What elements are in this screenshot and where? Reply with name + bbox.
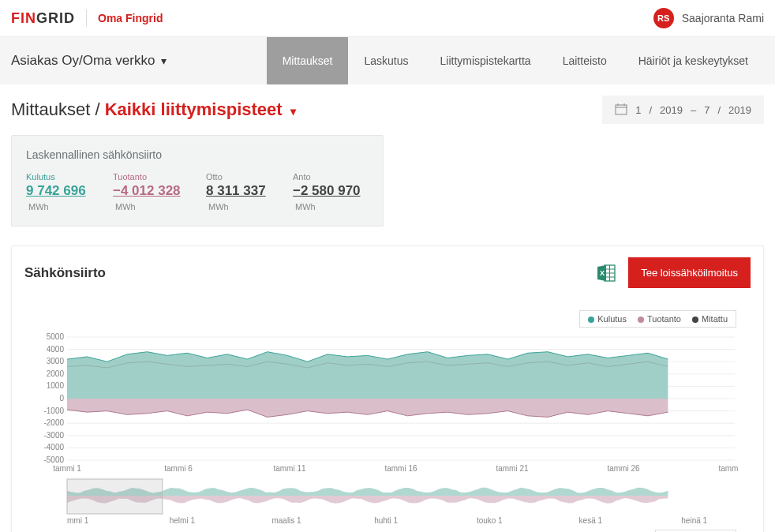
- svg-text:tammi 31: tammi 31: [718, 464, 738, 473]
- date-slash2: /: [717, 104, 721, 116]
- metric-kulutus-value[interactable]: 9 742 696: [26, 183, 86, 198]
- legend-kulutus[interactable]: Kulutus: [588, 314, 627, 324]
- chart-actions: X Tee loissähköilmoitus: [597, 257, 751, 288]
- date-dash: –: [691, 104, 696, 116]
- svg-text:helmi 1: helmi 1: [170, 516, 196, 525]
- metric-kulutus-label: Kulutus: [26, 172, 95, 182]
- metric-kulutus: Kulutus 9 742 696 MWh: [26, 172, 95, 213]
- daterange-picker[interactable]: 1 / 2019 – 7 / 2019: [602, 96, 764, 124]
- date-slash1: /: [649, 104, 652, 116]
- metric-otto-unit: MWh: [208, 202, 229, 212]
- username[interactable]: Saajoranta Rami: [682, 12, 764, 24]
- svg-text:huhti 1: huhti 1: [374, 516, 398, 525]
- breadcrumb-sep2: /: [95, 99, 104, 119]
- svg-text:mmi 1: mmi 1: [67, 516, 89, 525]
- chart-header: Sähkönsiirto X Tee loissähköilmoitus: [12, 246, 763, 299]
- app-header: FINGRID Oma Fingrid RS Saajoranta Rami: [0, 0, 775, 37]
- metric-anto-unit: MWh: [295, 202, 316, 212]
- breadcrumb-network[interactable]: Asiakas Oy / Oma verkko ▾: [11, 37, 167, 84]
- metric-tuotanto-value[interactable]: −4 012 328: [113, 183, 181, 198]
- metric-anto-value[interactable]: −2 580 970: [293, 183, 361, 198]
- svg-text:tammi 11: tammi 11: [273, 464, 306, 473]
- tab-laitteisto[interactable]: Laitteisto: [547, 37, 623, 84]
- metric-anto: Anto −2 580 970 MWh: [293, 172, 369, 213]
- chart-body: Kulutus Tuotanto Mitattu 500040003000200…: [12, 299, 763, 532]
- metric-anto-label: Anto: [293, 172, 369, 182]
- breadcrumb-org: Asiakas Oy: [11, 53, 79, 69]
- svg-text:kesä 1: kesä 1: [579, 516, 603, 525]
- svg-text:tammi 6: tammi 6: [164, 464, 193, 473]
- excel-export-icon[interactable]: X: [597, 264, 616, 282]
- svg-rect-0: [616, 105, 627, 114]
- tab-mittaukset[interactable]: Mittaukset: [267, 37, 349, 84]
- metric-tuotanto-label: Tuotanto: [113, 172, 189, 182]
- header-left: FINGRID Oma Fingrid: [11, 9, 163, 27]
- chevron-down-icon: ▾: [161, 54, 167, 67]
- navbar: Asiakas Oy / Oma verkko ▾ Mittaukset Las…: [0, 37, 775, 84]
- logo-text-left: FIN: [11, 10, 36, 26]
- breadcrumb-current[interactable]: Kaikki liittymispisteet ▾: [105, 99, 296, 119]
- svg-text:tammi 16: tammi 16: [384, 464, 417, 473]
- dot-icon: [692, 317, 698, 323]
- svg-text:2000: 2000: [47, 369, 65, 378]
- chevron-down-icon: ▾: [290, 105, 296, 118]
- svg-text:tammi 1: tammi 1: [53, 464, 81, 473]
- chart-title: Sähkönsiirto: [24, 265, 106, 281]
- metric-kulutus-unit: MWh: [28, 202, 49, 212]
- subbrand[interactable]: Oma Fingrid: [98, 12, 163, 24]
- svg-text:X: X: [600, 269, 605, 277]
- overview-chart[interactable]: mmi 1helmi 1maalis 1huhti 1touko 1kesä 1…: [39, 478, 738, 525]
- tab-laskutus[interactable]: Laskutus: [348, 37, 424, 84]
- breadcrumb-current-label: Kaikki liittymispisteet: [105, 99, 283, 119]
- content: Mittaukset / Kaikki liittymispisteet ▾ 1…: [0, 84, 775, 532]
- metric-otto-label: Otto: [206, 172, 275, 182]
- breadcrumb-page: Oma verkko: [83, 53, 155, 69]
- svg-text:0: 0: [59, 394, 64, 403]
- metric-tuotanto-unit: MWh: [115, 202, 136, 212]
- dot-icon: [638, 317, 644, 323]
- date-to-month: 7: [704, 104, 709, 116]
- chart-legend-main: Kulutus Tuotanto Mitattu: [579, 310, 736, 328]
- svg-text:-2000: -2000: [43, 418, 64, 427]
- svg-text:-1000: -1000: [43, 406, 64, 415]
- svg-text:maalis 1: maalis 1: [271, 516, 301, 525]
- tab-hairiot[interactable]: Häiriöt ja keskeytykset: [623, 37, 764, 84]
- chart-card: Sähkönsiirto X Tee loissähköilmoitus Kul…: [11, 245, 764, 532]
- legend-mitattu[interactable]: Mitattu: [692, 314, 728, 324]
- logo[interactable]: FINGRID: [11, 10, 75, 27]
- breadcrumb-root: Mittaukset: [11, 99, 90, 119]
- breadcrumb: Mittaukset / Kaikki liittymispisteet ▾: [11, 99, 296, 120]
- summary-card: Laskennallinen sähkönsiirto Kulutus 9 74…: [11, 135, 384, 227]
- nav-tabs: Mittaukset Laskutus Liittymispistekartta…: [267, 37, 764, 84]
- dot-icon: [588, 317, 594, 323]
- report-button[interactable]: Tee loissähköilmoitus: [628, 257, 751, 288]
- svg-text:-3000: -3000: [43, 431, 64, 440]
- breadcrumb-row: Mittaukset / Kaikki liittymispisteet ▾ 1…: [11, 96, 764, 124]
- svg-text:touko 1: touko 1: [477, 516, 503, 525]
- svg-text:4000: 4000: [47, 345, 65, 354]
- svg-rect-40: [67, 479, 163, 514]
- svg-text:-5000: -5000: [43, 455, 64, 464]
- date-to-year: 2019: [728, 104, 751, 116]
- logo-divider: [86, 9, 87, 27]
- svg-text:tammi 26: tammi 26: [607, 464, 640, 473]
- date-from-month: 1: [635, 104, 641, 116]
- main-chart[interactable]: 500040003000200010000-1000-2000-3000-400…: [39, 332, 738, 474]
- svg-text:heinä 1: heinä 1: [681, 516, 707, 525]
- metric-otto: Otto 8 311 337 MWh: [206, 172, 275, 213]
- tab-liittymispistekartta[interactable]: Liittymispistekartta: [425, 37, 547, 84]
- header-right: RS Saajoranta Rami: [653, 8, 764, 28]
- legend-tuotanto[interactable]: Tuotanto: [638, 314, 681, 324]
- svg-text:-4000: -4000: [43, 443, 64, 451]
- metric-tuotanto: Tuotanto −4 012 328 MWh: [113, 172, 189, 213]
- calendar-icon: [615, 103, 627, 116]
- svg-text:1000: 1000: [47, 381, 65, 390]
- date-from-year: 2019: [660, 104, 683, 116]
- avatar[interactable]: RS: [653, 8, 674, 28]
- summary-title: Laskennallinen sähkönsiirto: [26, 148, 369, 161]
- svg-text:tammi 21: tammi 21: [496, 464, 529, 473]
- logo-text-right: GRID: [36, 10, 75, 26]
- svg-text:3000: 3000: [47, 357, 65, 365]
- svg-text:5000: 5000: [47, 332, 65, 341]
- metric-otto-value[interactable]: 8 311 337: [206, 183, 266, 198]
